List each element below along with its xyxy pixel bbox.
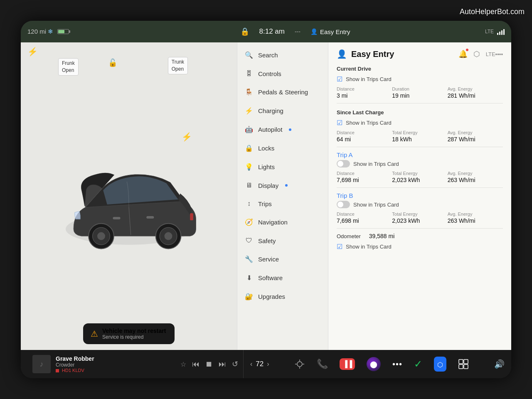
temp-up-arrow[interactable]: › [267,360,269,368]
taskbar-more-icon[interactable]: ••• [392,360,402,369]
battery-fill [58,30,64,33]
next-track-button[interactable]: ⏭ [219,360,226,369]
taskbar-hvac-icon[interactable] [294,359,305,369]
music-controls: ☆ ⏮ ⏹ ⏭ ↺ [180,360,238,369]
current-drive-duration: Duration 19 min [392,86,447,99]
temp-down-arrow[interactable]: ‹ [250,360,252,368]
navigation-icon: 🧭 [245,218,253,226]
car-panel: ⚡ Frunk Open TrunkOpen 🔓 ⚡ [21,42,237,350]
since-last-charge-title: Since Last Charge [337,109,503,116]
svg-rect-16 [459,360,463,364]
menu-item-controls[interactable]: 🎛 Controls [237,64,328,83]
energy-icon: ⚡ [27,47,38,57]
current-drive-checkbox-row[interactable]: ☑ Show in Trips Card [337,75,503,83]
svg-point-6 [165,232,172,240]
taskbar-icons: 📞 ▐▐ ⬤ ••• ✓ ⬡ [276,357,488,372]
stop-button[interactable]: ⏹ [205,360,213,369]
taskbar-phone-icon[interactable]: 📞 [317,359,328,369]
current-drive-stats: Distance 3 mi Duration 19 min Avg. Energ… [337,86,503,99]
menu-item-service[interactable]: 🔧 Service [237,250,328,268]
menu-label-service: Service [258,256,279,263]
lock-status-icon: 🔒 [240,27,249,36]
check-icon: ✓ [414,358,422,370]
odometer-checkbox[interactable]: ☑ [337,243,342,251]
clock: 8:12 am [259,27,285,36]
menu-item-trips[interactable]: ↕ Trips [237,195,328,213]
trip-a-toggle[interactable] [337,160,350,167]
taskbar-check-icon[interactable]: ✓ [414,358,422,370]
odometer-row: Odometer 39,588 mi [337,233,503,239]
taskbar-right: 🔊 [488,359,505,369]
odometer-value: 39,588 mi [369,233,394,239]
trip-a-avg-energy: Avg. Energy 263 Wh/mi [448,171,503,183]
pedals-icon: 🪑 [245,88,253,96]
trip-b-avg-energy: Avg. Energy 263 Wh/mi [448,212,503,224]
current-drive-energy: Avg. Energy 281 Wh/mi [448,86,503,99]
bluetooth-button[interactable]: ⬡ [434,357,446,372]
signal-bar-4 [503,29,505,35]
settings-panel: 👤 Easy Entry 🔔 ⬡ LTE▪▪▪▪ Current Drive ☑… [328,42,511,350]
menu-item-charging[interactable]: ⚡ Charging [237,101,328,120]
menu-label-autopilot: Autopilot [258,126,282,133]
music-player: ♪ Grave Robber Crowder HD1 KLDV ☆ ⏮ ⏹ ⏭ … [27,350,244,378]
trip-a-link[interactable]: Trip A [337,151,503,158]
status-right: LTE [446,28,505,35]
controls-icon: 🎛 [245,70,253,77]
song-info: Grave Robber Crowder HD1 KLDV [56,355,175,373]
safety-icon: 🛡 [245,237,253,244]
signal-bar-1 [497,33,498,35]
since-last-charge-checkbox-row[interactable]: ☑ Show in Trips Card [337,119,503,127]
menu-item-software[interactable]: ⬇ Software [237,268,328,287]
menu-item-lights[interactable]: 💡 Lights [237,158,328,176]
menu-item-autopilot[interactable]: 🤖 Autopilot [237,120,328,139]
menu-label-trips: Trips [258,200,272,207]
menu-item-search[interactable]: 🔍 Search [237,46,328,64]
current-drive-distance: Distance 3 mi [337,86,392,99]
trip-b-toggle-row: Show in Trips Card [337,201,503,208]
svg-rect-19 [464,365,468,369]
grid-svg [458,359,469,369]
charging-icon: ⚡ [245,107,253,115]
menu-label-lights: Lights [258,163,275,170]
trip-b-link[interactable]: Trip B [337,192,503,199]
service-icon: 🔧 [245,255,253,263]
trip-b-toggle[interactable] [337,201,350,208]
notification-dot [466,49,468,51]
since-last-charge-checkbox-label: Show in Trips Card [346,120,392,126]
signal-bars [497,28,505,35]
menu-item-display[interactable]: 🖥 Display [237,176,328,195]
since-last-charge-checkbox[interactable]: ☑ [337,119,342,127]
status-left: 120 mi ❄ [27,28,144,35]
menu-label-navigation: Navigation [258,219,288,226]
menu-item-safety[interactable]: 🛡 Safety [237,232,328,250]
menu-item-navigation[interactable]: 🧭 Navigation [237,213,328,232]
taskbar-camera-icon[interactable]: ⬤ [367,357,381,371]
profile-indicator[interactable]: 👤 Easy Entry [310,28,350,35]
current-drive-checkbox[interactable]: ☑ [337,75,342,83]
menu-item-upgrades[interactable]: 🔐 Upgrades [237,287,328,306]
svg-rect-9 [147,217,154,219]
menu-item-pedals[interactable]: 🪑 Pedals & Steering [237,83,328,101]
taskbar-bluetooth-icon[interactable]: ⬡ [434,357,446,372]
bluetooth-icon[interactable]: ⬡ [473,49,480,59]
volume-icon[interactable]: 🔊 [494,359,505,369]
favorite-button[interactable]: ☆ [180,360,186,368]
display-icon: 🖥 [245,182,253,189]
odometer-checkbox-row[interactable]: ☑ Show in Trips Card [337,243,503,251]
replay-button[interactable]: ↺ [232,360,238,369]
taskbar-grid-icon[interactable] [458,359,469,369]
bell-icon[interactable]: 🔔 [458,49,468,59]
profile-icon-lg: 👤 [337,49,347,59]
trip-b-energy: Total Energy 2,023 kWh [392,212,447,224]
menu-item-locks[interactable]: 🔒 Locks [237,139,328,158]
media-button[interactable]: ▐▐ [340,358,355,370]
since-last-charge-energy: Total Energy 18 kWh [392,130,447,143]
menu-label-controls: Controls [258,70,281,77]
snowflake-icon: ❄ [48,28,53,35]
camera-button[interactable]: ⬤ [367,357,381,371]
signal-bar-2 [499,32,500,35]
prev-track-button[interactable]: ⏮ [192,360,200,369]
car-container [21,61,237,350]
song-artist: Crowder [56,362,175,368]
taskbar-media-icon[interactable]: ▐▐ [340,358,355,370]
